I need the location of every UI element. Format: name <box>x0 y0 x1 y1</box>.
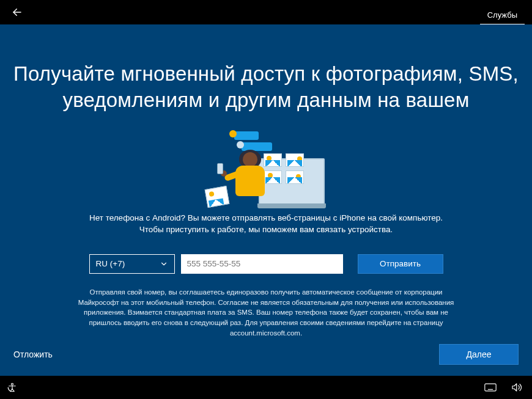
header-tabs: Службы <box>485 0 520 24</box>
keyboard-icon <box>484 383 497 392</box>
volume-button[interactable] <box>510 381 522 394</box>
footer-actions: Отложить Далее <box>0 344 532 365</box>
tab-services[interactable]: Службы <box>485 4 520 24</box>
svg-marker-12 <box>512 384 517 391</box>
country-code-value: RU (+7) <box>96 259 125 268</box>
title-bar: Службы <box>0 0 532 24</box>
system-bar <box>0 376 532 399</box>
link-phone-illustration <box>205 135 327 208</box>
keyboard-layout-button[interactable] <box>484 381 497 394</box>
oobe-panel: Получайте мгновенный доступ к фотография… <box>0 24 532 376</box>
next-button[interactable]: Далее <box>439 344 519 365</box>
legal-text: Отправляя свой номер, вы соглашаетесь ед… <box>70 287 462 338</box>
back-button[interactable] <box>10 5 24 20</box>
svg-rect-2 <box>485 384 496 391</box>
ease-of-access-button[interactable] <box>6 381 18 394</box>
send-button[interactable]: Отправить <box>358 254 443 274</box>
accessibility-icon <box>7 382 18 393</box>
postpone-link[interactable]: Отложить <box>13 350 53 359</box>
subhead-text: Нет телефона с Android? Вы можете отправ… <box>89 212 443 236</box>
phone-form: RU (+7) Отправить <box>89 254 443 274</box>
page-title: Получайте мгновенный доступ к фотография… <box>0 61 532 114</box>
svg-point-1 <box>12 383 13 385</box>
phone-number-input[interactable] <box>181 254 343 274</box>
arrow-left-icon <box>12 7 23 18</box>
country-code-select[interactable]: RU (+7) <box>89 254 175 274</box>
speaker-icon <box>511 382 522 393</box>
chevron-down-icon <box>160 260 168 268</box>
